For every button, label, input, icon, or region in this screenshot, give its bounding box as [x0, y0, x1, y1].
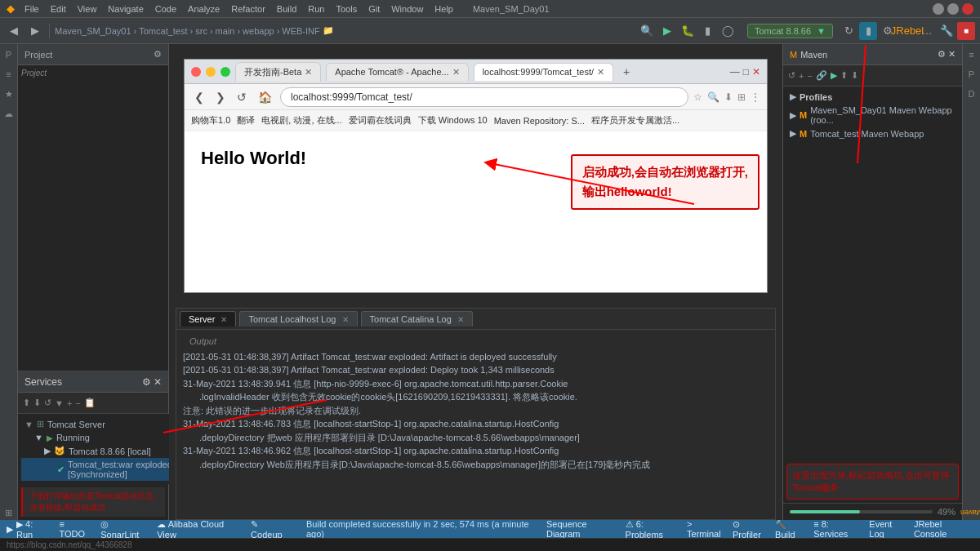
collapse-all-icon[interactable]: ⬇ — [33, 398, 41, 408]
jrebel-icon[interactable]: JRebel — [898, 22, 916, 40]
menu-navigate[interactable]: Navigate — [103, 2, 148, 16]
status-profiler[interactable]: ⊙ Profiler — [733, 519, 768, 540]
menu-help[interactable]: Help — [430, 2, 458, 16]
status-sonar[interactable]: ◎ SonarLint — [100, 519, 147, 540]
menu-edit[interactable]: Edit — [46, 2, 71, 16]
browser-tab-1[interactable]: Apache Tomcat® - Apache... ✕ — [326, 63, 468, 81]
maven-remove-icon[interactable]: − — [807, 71, 812, 81]
right-icon-3[interactable]: D — [964, 87, 979, 101]
maven-refresh-icon[interactable]: ↺ — [788, 70, 795, 81]
bookmark-3[interactable]: 爱词霸在线词典 — [349, 114, 412, 127]
nav-home-icon[interactable]: 🏠 — [255, 89, 275, 105]
maven-project-1[interactable]: ▶ M Tomcat_test Maven Webapp — [783, 127, 962, 140]
coverage-icon[interactable]: ▮ — [699, 22, 717, 40]
right-icon-2[interactable]: P — [964, 67, 979, 82]
maven-link-icon[interactable]: 🔗 — [816, 70, 827, 81]
status-services[interactable]: ≡ 8: Services — [813, 519, 862, 540]
breadcrumb-part-3[interactable]: main — [216, 26, 235, 36]
browser-x-icon[interactable]: ✕ — [752, 66, 760, 78]
menu-file[interactable]: File — [20, 2, 44, 16]
status-terminal[interactable]: > Terminal — [687, 519, 726, 540]
back-button[interactable]: ◀ — [5, 22, 23, 40]
status-problems[interactable]: ⚠ 6: Problems — [626, 519, 681, 540]
browser-menu-icon[interactable]: ⋮ — [751, 91, 760, 103]
nav-forward-icon[interactable]: ❯ — [212, 89, 229, 105]
service-item-running[interactable]: ▼ ▶ Running — [21, 431, 177, 444]
browser-min-icon[interactable]: — — [730, 66, 740, 78]
bookmark-0[interactable]: 购物车1.0 — [191, 114, 230, 127]
refresh-services-icon[interactable]: ↺ — [44, 398, 51, 408]
service-item-tomcat[interactable]: ▶ 🐱 Tomcat 8.8.66 [local] — [21, 444, 177, 458]
menu-code[interactable]: Code — [150, 2, 181, 16]
browser-max-icon[interactable]: □ — [743, 66, 749, 78]
browser-tab-0[interactable]: 开发指南-Beta ✕ — [235, 62, 321, 82]
rebuild-icon[interactable]: ↻ — [840, 22, 858, 40]
extensions-icon[interactable]: ⊞ — [737, 91, 746, 103]
output-tab-catalina-close[interactable]: ✕ — [457, 315, 464, 324]
menu-run[interactable]: Run — [303, 2, 329, 16]
browser-maximize[interactable] — [220, 67, 230, 77]
window-maximize[interactable] — [947, 3, 959, 15]
menu-tools[interactable]: Tools — [331, 2, 362, 16]
breadcrumb-part-5[interactable]: WEB-INF — [282, 26, 319, 36]
browser-close[interactable] — [191, 67, 201, 77]
bookmark-4[interactable]: 下载 Windows 10 — [418, 114, 488, 127]
output-tab-localhost[interactable]: Tomcat Localhost Log ✕ — [239, 311, 357, 327]
tab-1-close[interactable]: ✕ — [452, 67, 460, 78]
breadcrumb-part-4[interactable]: webapp — [243, 26, 274, 36]
service-item-server[interactable]: ▼ ⊞ Tomcat Server — [21, 417, 177, 431]
status-sequence[interactable]: Sequence Diagram — [546, 519, 619, 540]
run-icon[interactable]: ▶ — [658, 22, 676, 40]
window-close[interactable] — [962, 3, 973, 15]
maven-settings-icon[interactable]: ⚙ — [938, 49, 946, 60]
bookmark-6[interactable]: 程序员开发专属激活... — [591, 114, 679, 127]
menu-window[interactable]: Window — [386, 2, 428, 16]
menu-build[interactable]: Build — [272, 2, 301, 16]
menu-refactor[interactable]: Refactor — [226, 2, 270, 16]
debug-icon[interactable]: 🐛 — [679, 22, 697, 40]
search-icon[interactable]: 🔍 — [638, 22, 656, 40]
stop-button[interactable]: ■ — [957, 22, 975, 40]
tab-0-close[interactable]: ✕ — [305, 67, 312, 78]
bookmark-icon[interactable]: ★ — [2, 87, 16, 101]
nav-back-icon[interactable]: ❮ — [191, 89, 207, 105]
status-build[interactable]: 🔨 Build — [775, 519, 807, 540]
right-icon-1[interactable]: ≡ — [964, 47, 979, 62]
maven-project-0[interactable]: ▶ M Maven_SM_Day01 Maven Webapp (roo... — [783, 104, 962, 127]
maven-close-icon[interactable]: ✕ — [948, 49, 956, 60]
download-icon[interactable]: ⬇ — [724, 91, 733, 103]
tab-2-close[interactable]: ✕ — [597, 67, 604, 78]
open-log-icon[interactable]: 📋 — [84, 398, 96, 408]
tomcat-indicator[interactable]: Tomcat 8.8.66 ▼ — [747, 24, 833, 38]
output-tab-localhost-close[interactable]: ✕ — [342, 315, 349, 324]
status-event-log[interactable]: Event Log — [869, 519, 907, 540]
breadcrumb-part-0[interactable]: Maven_SM_Day01 — [55, 26, 131, 36]
browser-tab-2[interactable]: localhost:9999/Tomcat_test/ ✕ — [474, 63, 613, 81]
service-item-artifact[interactable]: ✔ Tomcat_test:war exploded [Synchronized… — [21, 458, 177, 481]
window-minimize[interactable] — [933, 3, 944, 15]
maven-run-icon[interactable]: ▶ — [831, 70, 837, 81]
menu-git[interactable]: Git — [363, 2, 385, 16]
remove-service-icon[interactable]: − — [75, 398, 80, 408]
status-run[interactable]: ▶ ▶ 4: Run — [7, 519, 50, 540]
status-cloud-view[interactable]: ☁ Alibaba Cloud View — [157, 519, 241, 540]
new-tab-button[interactable]: + — [618, 64, 635, 80]
project-toolbar-icon[interactable]: ⚙ — [154, 49, 162, 60]
status-jrebel-console[interactable]: JRebel Console — [914, 519, 973, 540]
maven-profiles-item[interactable]: ▶ Profiles — [783, 90, 962, 104]
explorer-icon[interactable]: ☁ — [2, 106, 16, 121]
services-settings-icon[interactable]: ⚙ — [142, 376, 151, 388]
bookmark-star-icon[interactable]: ☆ — [693, 91, 702, 103]
filter-icon[interactable]: ▼ — [55, 398, 64, 408]
menu-analyze[interactable]: Analyze — [183, 2, 225, 16]
expand-all-icon[interactable]: ⬆ — [23, 398, 30, 408]
nav-refresh-icon[interactable]: ↺ — [234, 89, 250, 105]
stop-icon[interactable]: ▮ — [859, 22, 877, 40]
output-tab-server-close[interactable]: ✕ — [220, 315, 227, 324]
output-tab-server[interactable]: Server ✕ — [180, 311, 236, 327]
maven-collapse-icon[interactable]: ⬇ — [851, 70, 858, 81]
breadcrumb-part-1[interactable]: Tomcat_test — [139, 26, 187, 36]
menu-view[interactable]: View — [73, 2, 102, 16]
browser-search-icon[interactable]: 🔍 — [707, 91, 719, 103]
browser-minimize[interactable] — [206, 67, 216, 77]
